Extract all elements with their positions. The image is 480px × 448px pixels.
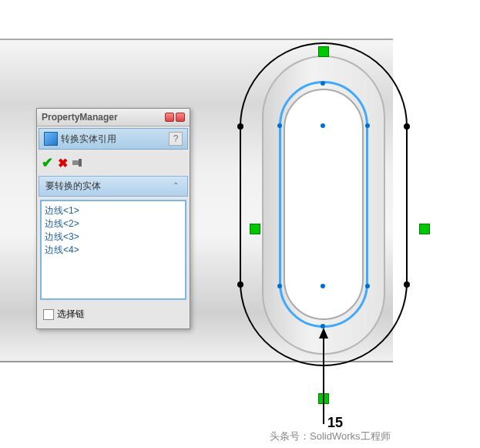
pm-title: PropertyManager <box>42 112 118 123</box>
dimension-leader <box>323 332 324 424</box>
sketch-point[interactable] <box>365 123 370 128</box>
select-chain-row: 选择链 <box>37 303 190 328</box>
pushpin-icon[interactable] <box>72 157 88 168</box>
relation-icon[interactable] <box>419 224 430 234</box>
relation-icon[interactable] <box>318 46 329 57</box>
select-chain-checkbox[interactable] <box>43 309 54 320</box>
sketch-point[interactable] <box>237 281 243 288</box>
sketch-point[interactable] <box>404 123 410 130</box>
cancel-button[interactable]: ✖ <box>58 156 68 170</box>
entities-listbox[interactable]: 边线<1> 边线<2> 边线<3> 边线<4> <box>40 200 186 300</box>
pm-confirm-row: ✔ ✖ <box>37 151 190 174</box>
list-item[interactable]: 边线<1> <box>45 204 182 217</box>
help-button[interactable]: ? <box>169 132 183 146</box>
pm-feature-label: 转换实体引用 <box>61 133 169 146</box>
sketch-point[interactable] <box>277 284 282 288</box>
sketch-point[interactable] <box>237 123 243 130</box>
list-item[interactable]: 边线<4> <box>45 244 182 257</box>
watermark-text: 头条号：SolidWorks工程师 <box>270 429 391 443</box>
sketch-point[interactable] <box>277 123 282 128</box>
convert-entities-icon <box>44 132 58 146</box>
list-item[interactable]: 边线<3> <box>45 231 182 244</box>
sketch-point[interactable] <box>321 81 325 86</box>
ok-button[interactable]: ✔ <box>42 154 53 171</box>
collapse-icon[interactable]: ⌃ <box>170 181 181 192</box>
relation-icon[interactable] <box>250 224 260 234</box>
sketch-point[interactable] <box>321 123 325 128</box>
sketch-point[interactable] <box>365 284 370 288</box>
pm-section-header[interactable]: 要转换的实体 ⌃ <box>39 176 188 197</box>
pm-titlebar[interactable]: PropertyManager <box>37 109 190 126</box>
pm-section-title: 要转换的实体 <box>45 180 101 193</box>
sketch-point[interactable] <box>321 284 325 288</box>
pin-icon[interactable] <box>176 113 185 122</box>
list-item[interactable]: 边线<2> <box>45 217 182 231</box>
select-chain-label: 选择链 <box>57 308 85 321</box>
pm-titlebar-buttons <box>165 113 185 122</box>
property-manager-panel: PropertyManager 转换实体引用 ? ✔ ✖ 要转换的实体 ⌃ 边线… <box>36 108 190 329</box>
pm-feature-header: 转换实体引用 ? <box>39 128 188 150</box>
pin-icon[interactable] <box>165 113 174 122</box>
dimension-value[interactable]: 15 <box>327 415 343 431</box>
sketch-point[interactable] <box>404 281 410 288</box>
sketch-selected-edges[interactable] <box>279 81 368 328</box>
